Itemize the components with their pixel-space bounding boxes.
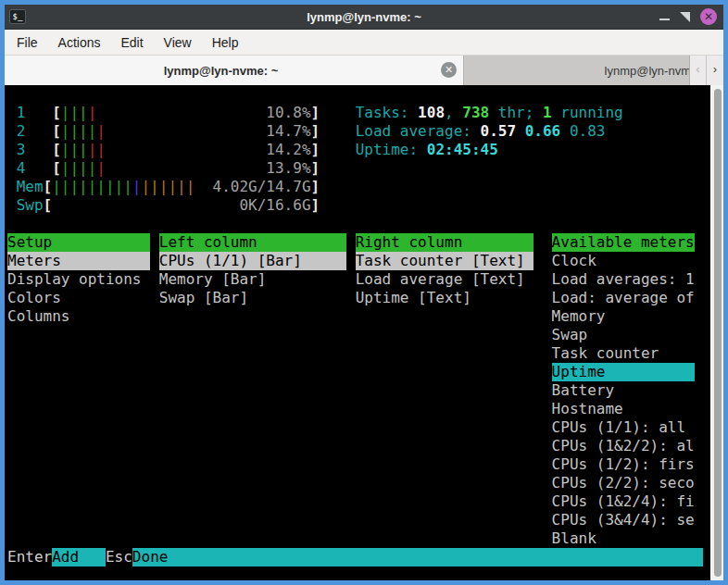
available-item-battery[interactable]: Battery [552, 381, 614, 400]
menu-edit[interactable]: Edit [120, 35, 143, 50]
tab-scroll-prev-icon[interactable]: ‹ [690, 56, 707, 85]
terminal-line: Uptime [5, 363, 710, 381]
terminal-line: Blank [5, 529, 710, 548]
available-item-load-averages[interactable]: Load averages: 1 [552, 270, 695, 289]
running-count: 1 [543, 104, 552, 122]
tab-inactive-label: lynmp@lyn-nvm [605, 64, 690, 78]
terminal-line: Hostname [5, 400, 710, 418]
terminal-line: CPUs (2/2): seco [5, 474, 710, 492]
terminal-window: $_ lynmp@lyn-nvme: ~ ✕ File Actions Edit… [0, 0, 728, 585]
menu-actions[interactable]: Actions [58, 35, 101, 50]
left-column-item-cpus[interactable]: CPUs (1/1) [Bar] [159, 252, 346, 270]
available-item-task-counter[interactable]: Task counter [552, 344, 659, 363]
available-item-uptime-selected[interactable]: Uptime [552, 363, 695, 381]
terminal-line: CPUs (1/1): all [5, 418, 710, 437]
tasks-label: Tasks: [356, 104, 418, 122]
setup-item-display-options[interactable]: Display options [7, 270, 142, 289]
available-item-load-average-of[interactable]: Load: average of [552, 289, 695, 307]
cpu2-percent: 14.7% [266, 122, 310, 141]
setup-item-columns[interactable]: Columns [7, 307, 69, 326]
scrollbar[interactable] [710, 85, 723, 580]
swap-meter-close: ] [311, 196, 320, 215]
terminal-line: Battery [5, 381, 710, 400]
terminal-line: CPUs (1&2/2): al [5, 437, 710, 455]
done-button[interactable]: Done [132, 548, 704, 566]
tab-close-icon[interactable]: ✕ [441, 62, 457, 78]
terminal-line: CPUs (3&4/4): se [5, 511, 710, 529]
right-column-item-task-counter[interactable]: Task counter [Text] [356, 252, 534, 270]
terminal-line: 3[|||||14.2%]Uptime: 02:45:45 [5, 141, 710, 159]
terminal-line: 4[|||||13.9%] [5, 159, 710, 178]
cpu3-percent: 14.2% [266, 141, 310, 159]
uptime-value: 02:45:45 [427, 141, 498, 159]
tab-scroll-next-icon[interactable]: › [707, 56, 723, 85]
setup-item-colors[interactable]: Colors [7, 289, 61, 307]
minimize-icon[interactable] [659, 19, 670, 20]
menu-help[interactable]: Help [212, 35, 239, 50]
tab-inactive[interactable]: lynmp@lyn-nvm [464, 56, 690, 85]
terminal-line: ColorsSwap [Bar]Uptime [Text]Load: avera… [5, 289, 710, 307]
menu-view[interactable]: View [164, 35, 192, 50]
mem-value: 4.02G/14.7G [213, 178, 311, 196]
esc-key-label[interactable]: Esc [106, 548, 132, 566]
available-item-clock[interactable]: Clock [552, 252, 596, 270]
terminal-line: Swap [5, 326, 710, 344]
available-item-cpus-1and2-of-2[interactable]: CPUs (1&2/2): al [552, 437, 695, 455]
available-item-cpus-1-of-2[interactable]: CPUs (1/2): firs [552, 455, 695, 474]
cpu1-meter-open: [ [52, 104, 61, 122]
available-item-cpus-2-of-2[interactable]: CPUs (2/2): seco [552, 474, 695, 492]
available-item-cpus-all[interactable]: CPUs (1/1): all [552, 418, 686, 437]
available-item-hostname[interactable]: Hostname [552, 400, 623, 418]
cpu3-meter-open: [ [52, 141, 61, 159]
titlebar[interactable]: $_ lynmp@lyn-nvme: ~ ✕ [5, 5, 723, 30]
terminal[interactable]: 1[||||10.8%]Tasks: 108, 738 thr; 1 runni… [5, 85, 710, 580]
cpu3-meter-close: ] [311, 141, 320, 159]
cpu4-label: 4 [17, 159, 26, 178]
terminal-line: 2[|||||14.7%]Load average: 0.570.660.83 [5, 122, 710, 141]
cpu2-bars-kernel: | [96, 122, 106, 141]
tab-active[interactable]: lynmp@lyn-nvme: ~ ✕ [5, 56, 464, 85]
terminal-line: Meters CPUs (1/1) [Bar] Task counter [Te… [5, 252, 710, 270]
tab-active-label: lynmp@lyn-nvme: ~ [5, 64, 437, 78]
mem-meter-close: ] [311, 178, 320, 196]
add-button[interactable]: Add [52, 548, 106, 566]
cpu1-percent: 10.8% [266, 104, 310, 122]
menu-file[interactable]: File [17, 35, 38, 50]
mem-meter-open: [ [44, 178, 53, 196]
cpu2-label: 2 [17, 122, 26, 141]
cpu4-bars-kernel: | [96, 159, 106, 178]
swap-meter-open: [ [44, 196, 53, 215]
right-column-item-uptime[interactable]: Uptime [Text] [356, 289, 471, 307]
available-item-memory[interactable]: Memory [552, 307, 606, 326]
maximize-icon[interactable] [680, 12, 690, 22]
terminal-line: Display optionsMemory [Bar]Load average … [5, 270, 710, 289]
scrollbar-thumb[interactable] [714, 89, 722, 577]
cpu3-label: 3 [17, 141, 26, 159]
available-item-swap[interactable]: Swap [552, 326, 588, 344]
available-item-cpus-1and2-of-4[interactable]: CPUs (1&2/4): fi [552, 492, 695, 511]
left-column-item-swap[interactable]: Swap [Bar] [159, 289, 248, 307]
available-item-blank[interactable]: Blank [552, 529, 596, 548]
terminal-line: CPUs (1/2): firs [5, 455, 710, 474]
close-icon[interactable]: ✕ [700, 8, 717, 25]
left-column-item-memory[interactable]: Memory [Bar] [159, 270, 267, 289]
cpu1-bars-normal: ||| [61, 104, 88, 122]
terminal-line: EnterAdd EscDone [5, 548, 710, 566]
load-5min: 0.66 [525, 122, 561, 141]
right-column-item-load-average[interactable]: Load average [Text] [356, 270, 525, 289]
load-1min: 0.57 [481, 122, 517, 141]
threads-label: thr; [489, 104, 543, 122]
setup-item-meters[interactable]: Meters [7, 252, 150, 270]
cpu1-label: 1 [17, 104, 26, 122]
cpu2-meter-close: ] [311, 122, 320, 141]
tasks-count: 108 [418, 104, 445, 122]
available-item-cpus-3and4-of-4[interactable]: CPUs (3&4/4): se [552, 511, 695, 529]
tabbar: lynmp@lyn-nvme: ~ ✕ lynmp@lyn-nvm ‹ › [5, 56, 723, 85]
running-label: running [552, 104, 623, 122]
window-title: lynmp@lyn-nvme: ~ [5, 10, 723, 24]
mem-bars-used: ||||||||| [52, 178, 132, 196]
right-column-panel-header: Right column [356, 233, 534, 252]
cpu3-bars-kernel: || [88, 141, 106, 159]
enter-key-label[interactable]: Enter [7, 548, 52, 566]
cpu3-bars-normal: ||| [61, 141, 88, 159]
